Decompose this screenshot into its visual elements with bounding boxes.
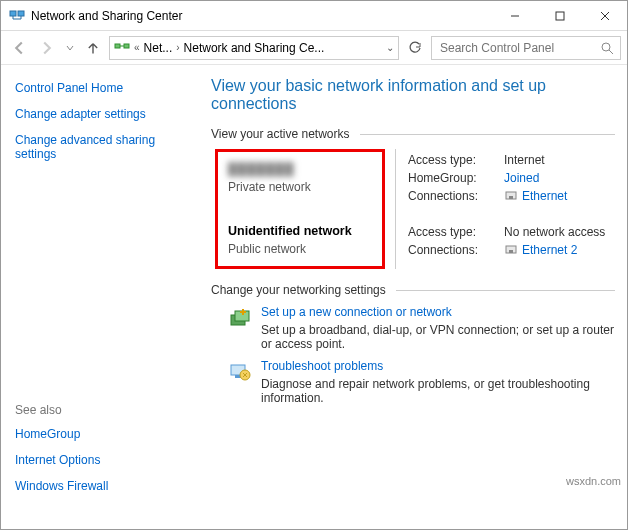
troubleshoot-link[interactable]: Troubleshoot problems bbox=[261, 359, 615, 373]
change-adapter-link[interactable]: Change adapter settings bbox=[15, 107, 197, 121]
titlebar: Network and Sharing Center bbox=[1, 1, 627, 31]
svg-line-10 bbox=[609, 50, 613, 54]
setup-connection-row: Set up a new connection or network Set u… bbox=[229, 305, 615, 351]
windows-firewall-link[interactable]: Windows Firewall bbox=[15, 479, 197, 493]
content: Control Panel Home Change adapter settin… bbox=[1, 65, 627, 529]
search-box[interactable] bbox=[431, 36, 621, 60]
access-type-label: Access type: bbox=[408, 225, 498, 239]
active-networks-highlight: ███████ Private network Unidentified net… bbox=[215, 149, 385, 269]
access-type-value: No network access bbox=[504, 225, 615, 239]
svg-rect-12 bbox=[509, 196, 513, 199]
toolbar: « Net... › Network and Sharing Ce... ⌄ bbox=[1, 31, 627, 65]
connections-label: Connections: bbox=[408, 189, 498, 203]
change-settings-heading: Change your networking settings bbox=[211, 283, 615, 297]
chevron-icon: › bbox=[176, 42, 179, 53]
see-also-label: See also bbox=[15, 403, 197, 417]
access-type-value: Internet bbox=[504, 153, 615, 167]
up-button[interactable] bbox=[81, 36, 105, 60]
active-networks-row: ███████ Private network Unidentified net… bbox=[211, 149, 615, 269]
search-icon bbox=[600, 41, 614, 55]
setup-connection-link[interactable]: Set up a new connection or network bbox=[261, 305, 615, 319]
network-details: Access type: Internet HomeGroup: Joined … bbox=[395, 149, 615, 269]
network-private[interactable]: ███████ Private network bbox=[228, 162, 372, 194]
setup-connection-desc: Set up a broadband, dial-up, or VPN conn… bbox=[261, 323, 615, 351]
svg-rect-3 bbox=[556, 12, 564, 20]
network-type-public: Public network bbox=[228, 242, 372, 256]
network-unidentified[interactable]: Unidentified network Public network bbox=[228, 224, 372, 256]
homegroup-link[interactable]: HomeGroup bbox=[15, 427, 197, 441]
forward-button[interactable] bbox=[35, 36, 59, 60]
breadcrumb-network[interactable]: Net... bbox=[144, 41, 173, 55]
ethernet-icon bbox=[504, 243, 518, 257]
control-panel-home-link[interactable]: Control Panel Home bbox=[15, 81, 197, 95]
refresh-button[interactable] bbox=[403, 36, 427, 60]
breadcrumb-sharing-center[interactable]: Network and Sharing Ce... bbox=[184, 41, 325, 55]
network1-details: Access type: Internet HomeGroup: Joined … bbox=[408, 153, 615, 203]
ethernet-icon bbox=[504, 189, 518, 203]
homegroup-value-link[interactable]: Joined bbox=[504, 171, 615, 185]
internet-options-link[interactable]: Internet Options bbox=[15, 453, 197, 467]
change-advanced-sharing-link[interactable]: Change advanced sharing settings bbox=[15, 133, 185, 161]
active-networks-heading: View your active networks bbox=[211, 127, 615, 141]
close-button[interactable] bbox=[582, 1, 627, 30]
svg-rect-0 bbox=[10, 11, 16, 16]
svg-rect-14 bbox=[509, 250, 513, 253]
network2-details: Access type: No network access Connectio… bbox=[408, 225, 615, 257]
access-type-label: Access type: bbox=[408, 153, 498, 167]
network-name-unidentified: Unidentified network bbox=[228, 224, 372, 238]
window-controls bbox=[492, 1, 627, 30]
troubleshoot-icon bbox=[229, 361, 251, 383]
back-button[interactable] bbox=[7, 36, 31, 60]
networking-settings: Change your networking settings Set up a… bbox=[211, 283, 615, 405]
minimize-button[interactable] bbox=[492, 1, 537, 30]
network-center-icon bbox=[9, 8, 25, 24]
chevron-icon: « bbox=[134, 42, 140, 53]
homegroup-label: HomeGroup: bbox=[408, 171, 498, 185]
network-name-hidden: ███████ bbox=[228, 162, 372, 176]
search-input[interactable] bbox=[438, 40, 594, 56]
sidebar: Control Panel Home Change adapter settin… bbox=[1, 65, 211, 529]
network-type-private: Private network bbox=[228, 180, 372, 194]
window-title: Network and Sharing Center bbox=[31, 9, 492, 23]
connections-label: Connections: bbox=[408, 243, 498, 257]
ethernet-link[interactable]: Ethernet bbox=[504, 189, 615, 203]
main-panel: View your basic network information and … bbox=[211, 65, 627, 529]
network-icon bbox=[114, 40, 130, 56]
svg-point-9 bbox=[602, 43, 610, 51]
recent-dropdown[interactable] bbox=[63, 36, 77, 60]
svg-rect-7 bbox=[124, 44, 129, 48]
troubleshoot-row: Troubleshoot problems Diagnose and repai… bbox=[229, 359, 615, 405]
troubleshoot-desc: Diagnose and repair network problems, or… bbox=[261, 377, 615, 405]
breadcrumb[interactable]: « Net... › Network and Sharing Ce... ⌄ bbox=[109, 36, 399, 60]
setup-connection-icon bbox=[229, 307, 251, 329]
page-title: View your basic network information and … bbox=[211, 77, 615, 113]
svg-rect-6 bbox=[115, 44, 120, 48]
maximize-button[interactable] bbox=[537, 1, 582, 30]
chevron-down-icon[interactable]: ⌄ bbox=[386, 42, 394, 53]
svg-rect-1 bbox=[18, 11, 24, 16]
ethernet2-link[interactable]: Ethernet 2 bbox=[504, 243, 615, 257]
